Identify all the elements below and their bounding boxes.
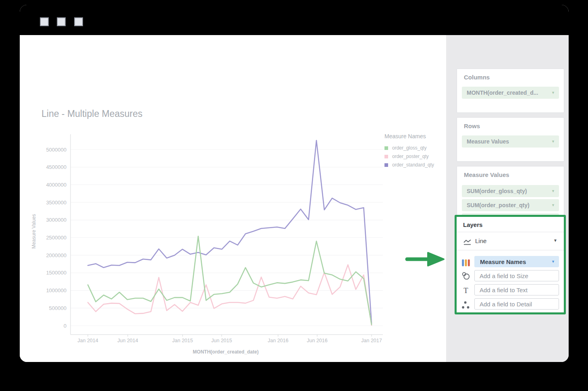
x-tick-label: Jun 2015 bbox=[211, 338, 232, 343]
pill-sum-order-poster-qty[interactable]: SUM(order_poster_qty) ▼ bbox=[462, 199, 559, 211]
y-tick-label: 4000000 bbox=[46, 182, 66, 188]
window-control-button-2[interactable] bbox=[57, 17, 66, 26]
detail-drop-field[interactable]: Add a field to Detail bbox=[474, 298, 559, 310]
rows-shelf: Rows Measure Values ▼ bbox=[457, 117, 564, 162]
line-chart: 0500000100000015000002000000250000030000… bbox=[24, 129, 395, 355]
legend-swatch-purple bbox=[384, 163, 388, 167]
line-chart-icon bbox=[463, 238, 472, 247]
shelves-sidebar: Columns MONTH(order_created_d... ▼ Rows … bbox=[446, 35, 569, 362]
size-icon bbox=[461, 272, 470, 281]
chevron-down-icon[interactable]: ▼ bbox=[553, 238, 557, 243]
layer-type-label: Line bbox=[475, 237, 486, 244]
y-tick-label: 3000000 bbox=[46, 217, 66, 223]
legend-item[interactable]: order_gloss_qty bbox=[384, 145, 434, 151]
y-tick-label: 500000 bbox=[49, 305, 66, 311]
detail-icon bbox=[461, 301, 470, 310]
divider bbox=[457, 250, 564, 250]
green-arrow-annotation bbox=[405, 251, 446, 268]
columns-shelf: Columns MONTH(order_created_d... ▼ bbox=[457, 69, 564, 113]
app-window: Line - Multiple Measures Measure Values … bbox=[20, 5, 569, 362]
chevron-down-icon[interactable]: ▼ bbox=[551, 91, 555, 95]
x-axis-title: MONTH(order_created_date) bbox=[145, 349, 306, 355]
rows-shelf-title: Rows bbox=[464, 123, 480, 129]
layers-panel-title: Layers bbox=[463, 221, 482, 228]
measure-values-shelf-title: Measure Values bbox=[464, 171, 509, 178]
size-drop-field[interactable]: Add a field to Size bbox=[474, 270, 559, 281]
layer-type-row[interactable]: Line ▼ bbox=[457, 232, 564, 250]
color-legend-icon bbox=[461, 258, 470, 267]
columns-pill-month-order-created-date[interactable]: MONTH(order_created_d... ▼ bbox=[462, 87, 559, 99]
chevron-down-icon[interactable]: ▼ bbox=[551, 203, 555, 207]
legend-label: order_standard_qty bbox=[392, 162, 434, 168]
y-tick-label: 1500000 bbox=[46, 270, 66, 276]
legend-label: order_gloss_qty bbox=[392, 145, 426, 151]
y-tick-label: 3500000 bbox=[46, 200, 66, 206]
y-tick-label: 2500000 bbox=[46, 235, 66, 241]
y-tick-label: 2000000 bbox=[46, 252, 66, 258]
pill-sum-order-gloss-qty[interactable]: SUM(order_gloss_qty) ▼ bbox=[462, 185, 559, 197]
legend-label: order_poster_qty bbox=[392, 154, 429, 159]
y-tick-label: 5000000 bbox=[46, 147, 66, 153]
x-tick-label: Jun 2016 bbox=[307, 338, 327, 343]
x-tick-label: Jun 2014 bbox=[117, 338, 138, 343]
legend-item[interactable]: order_standard_qty bbox=[384, 162, 434, 168]
color-pill-measure-names[interactable]: Measure Names ▼ bbox=[474, 256, 559, 267]
y-tick-label: 0 bbox=[64, 323, 66, 329]
text-drop-field[interactable]: Add a field to Text bbox=[474, 284, 559, 295]
window-titlebar bbox=[20, 5, 569, 35]
chart-title: Line - Multiple Measures bbox=[42, 108, 143, 119]
svg-text:T: T bbox=[463, 286, 468, 295]
x-tick-label: Jan 2016 bbox=[268, 338, 288, 343]
legend-swatch-pink bbox=[384, 155, 388, 158]
legend-swatch-green bbox=[384, 146, 388, 150]
text-icon: T bbox=[461, 286, 470, 295]
series-line-order_standard_qty[interactable] bbox=[88, 140, 372, 324]
window-control-button-1[interactable] bbox=[40, 17, 49, 26]
legend-item[interactable]: order_poster_qty bbox=[384, 154, 434, 159]
rows-pill-measure-values[interactable]: Measure Values ▼ bbox=[462, 135, 559, 148]
columns-shelf-title: Columns bbox=[464, 74, 490, 81]
chart-legend: Measure Names order_gloss_qty order_post… bbox=[384, 133, 434, 171]
x-tick-label: Jan 2015 bbox=[172, 338, 193, 343]
chevron-down-icon[interactable]: ▼ bbox=[551, 189, 555, 193]
worksheet-canvas: Line - Multiple Measures Measure Values … bbox=[20, 35, 446, 362]
x-tick-label: Jan 2017 bbox=[361, 338, 382, 343]
window-control-button-3[interactable] bbox=[74, 17, 83, 26]
chevron-down-icon[interactable]: ▼ bbox=[551, 260, 555, 264]
y-tick-label: 1000000 bbox=[46, 287, 66, 293]
x-tick-label: Jan 2014 bbox=[77, 338, 98, 343]
legend-title: Measure Names bbox=[384, 133, 434, 139]
chevron-down-icon[interactable]: ▼ bbox=[551, 139, 555, 144]
y-tick-label: 4500000 bbox=[46, 164, 66, 170]
layers-panel: Layers Line ▼ bbox=[455, 215, 566, 314]
